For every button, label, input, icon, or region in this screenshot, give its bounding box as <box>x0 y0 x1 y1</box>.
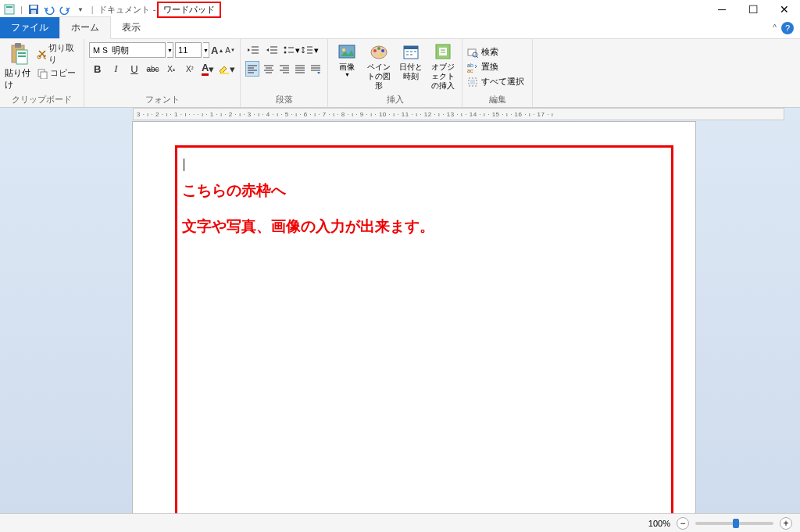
replace-button[interactable]: abac 置換 <box>467 60 527 73</box>
font-group-label: フォント <box>89 92 235 105</box>
select-all-label: すべて選択 <box>481 76 524 87</box>
redo-icon[interactable] <box>59 3 71 16</box>
font-size-input[interactable] <box>175 42 202 58</box>
quick-access-toolbar: | ▼ | <box>3 3 95 16</box>
qat-separator: | <box>20 5 23 14</box>
group-font: ▼ ▼ A▲ A▼ B I U abc X₂ X² A▾ ▾ フォント <box>84 39 241 107</box>
title-dash: - <box>153 5 156 14</box>
decrease-indent-button[interactable] <box>245 42 262 58</box>
paste-label: 貼り付け <box>5 67 34 91</box>
svg-text:ac: ac <box>467 68 473 73</box>
svg-rect-3 <box>30 5 37 9</box>
close-button[interactable]: ✕ <box>769 0 800 19</box>
svg-rect-13 <box>41 72 47 79</box>
strikethrough-button[interactable]: abc <box>145 61 162 77</box>
insert-datetime-label: 日付と時刻 <box>397 62 426 81</box>
increase-indent-button[interactable] <box>264 42 281 58</box>
svg-point-16 <box>284 52 287 54</box>
insert-image-label: 画像 <box>339 62 355 72</box>
replace-label: 置換 <box>481 61 498 73</box>
select-all-button[interactable]: すべて選択 <box>467 75 527 88</box>
find-label: 検索 <box>481 46 498 58</box>
svg-rect-0 <box>5 5 14 14</box>
qat-dropdown-icon[interactable]: ▼ <box>74 3 87 16</box>
grow-font-button[interactable]: A▲ <box>211 42 223 58</box>
italic-button[interactable]: I <box>108 61 125 77</box>
align-right-button[interactable] <box>277 61 291 77</box>
insert-image-button[interactable]: 画像▼ <box>333 42 362 78</box>
ruler[interactable]: 3 · ı · 2 · ı · 1 · ı · · · ı · 1 · ı · … <box>133 108 784 120</box>
tab-home[interactable]: ホーム <box>59 16 111 39</box>
zoom-slider-thumb[interactable] <box>733 519 739 528</box>
svg-rect-25 <box>404 46 418 49</box>
collapse-ribbon-icon[interactable]: ^ <box>773 23 777 32</box>
svg-rect-1 <box>6 6 12 8</box>
document-text-line1: こちらの赤枠へ <box>182 179 666 202</box>
svg-rect-4 <box>31 10 36 14</box>
svg-point-20 <box>373 49 377 52</box>
group-insert: 画像▼ ペイントの図形 日付と時刻 オブジェクトの挿入 挿入 <box>328 39 462 107</box>
group-edit: 検索 abac 置換 すべて選択 編集 <box>462 39 533 107</box>
insert-object-button[interactable]: オブジェクトの挿入 <box>428 42 457 91</box>
undo-icon[interactable] <box>43 3 55 16</box>
insert-paint-label: ペイントの図形 <box>365 62 394 91</box>
font-name-input[interactable] <box>89 42 166 58</box>
svg-point-23 <box>380 53 383 56</box>
justify-button[interactable] <box>293 61 307 77</box>
paragraph-dialog-button[interactable] <box>309 61 323 77</box>
window-controls: ─ ☐ ✕ <box>706 0 800 19</box>
maximize-button[interactable]: ☐ <box>738 0 769 19</box>
minimize-button[interactable]: ─ <box>706 0 738 19</box>
zoom-level: 100% <box>648 519 670 528</box>
app-name-text: ワードパッド <box>163 5 215 14</box>
zoom-slider[interactable] <box>695 522 773 525</box>
svg-text:ab: ab <box>467 62 473 68</box>
help-icon[interactable]: ? <box>781 22 794 34</box>
shrink-font-button[interactable]: A▼ <box>225 42 235 58</box>
insert-paint-button[interactable]: ペイントの図形 <box>365 42 394 91</box>
svg-point-15 <box>284 47 287 49</box>
find-button[interactable]: 検索 <box>467 45 527 59</box>
paragraph-group-label: 段落 <box>245 92 323 105</box>
tab-view[interactable]: 表示 <box>111 17 152 38</box>
svg-rect-33 <box>470 80 475 84</box>
title-bar: | ▼ | ドキュメント - ワードパッド ─ ☐ ✕ <box>0 0 800 19</box>
cut-label: 切り取り <box>48 42 79 66</box>
copy-button[interactable]: コピー <box>37 67 79 79</box>
edit-group-label: 編集 <box>467 92 527 105</box>
svg-point-18 <box>342 48 345 52</box>
superscript-button[interactable]: X² <box>181 61 198 77</box>
paste-button[interactable]: 貼り付け <box>5 42 34 91</box>
highlight-button[interactable]: ▾ <box>218 61 235 77</box>
align-left-button[interactable] <box>245 61 259 77</box>
svg-point-22 <box>381 49 384 52</box>
document-page[interactable]: こちらの赤枠へ 文字や写真、画像の入力が出来ます。 <box>133 122 695 513</box>
insert-datetime-button[interactable]: 日付と時刻 <box>397 42 426 81</box>
svg-rect-14 <box>220 73 229 74</box>
font-name-dropdown-icon[interactable]: ▼ <box>167 42 173 58</box>
ribbon: 貼り付け 切り取り コピー クリップボード ▼ ▼ A▲ <box>0 39 800 108</box>
clipboard-group-label: クリップボード <box>5 92 79 105</box>
document-title: ドキュメント <box>98 4 150 16</box>
line-spacing-button[interactable]: ▾ <box>302 42 319 58</box>
tab-file[interactable]: ファイル <box>0 17 59 38</box>
svg-point-21 <box>377 47 380 50</box>
align-center-button[interactable] <box>261 61 275 77</box>
text-cursor <box>184 159 184 171</box>
font-color-button[interactable]: A▾ <box>199 61 216 77</box>
app-icon <box>3 3 16 16</box>
underline-button[interactable]: U <box>126 61 143 77</box>
font-size-dropdown-icon[interactable]: ▼ <box>203 42 209 58</box>
status-bar: 100% − + <box>0 513 800 532</box>
annotation-red-box: こちらの赤枠へ 文字や写真、画像の入力が出来ます。 <box>175 145 673 513</box>
qat-separator: | <box>91 5 94 14</box>
subscript-button[interactable]: X₂ <box>162 61 180 77</box>
save-icon[interactable] <box>27 3 40 16</box>
bullets-button[interactable]: ▾ <box>283 42 300 58</box>
bold-button[interactable]: B <box>89 61 106 77</box>
cut-button[interactable]: 切り取り <box>37 42 79 66</box>
zoom-in-button[interactable]: + <box>780 517 792 530</box>
copy-label: コピー <box>50 67 76 79</box>
zoom-out-button[interactable]: − <box>677 517 689 530</box>
ribbon-tabs: ファイル ホーム 表示 ^ ? <box>0 19 800 39</box>
